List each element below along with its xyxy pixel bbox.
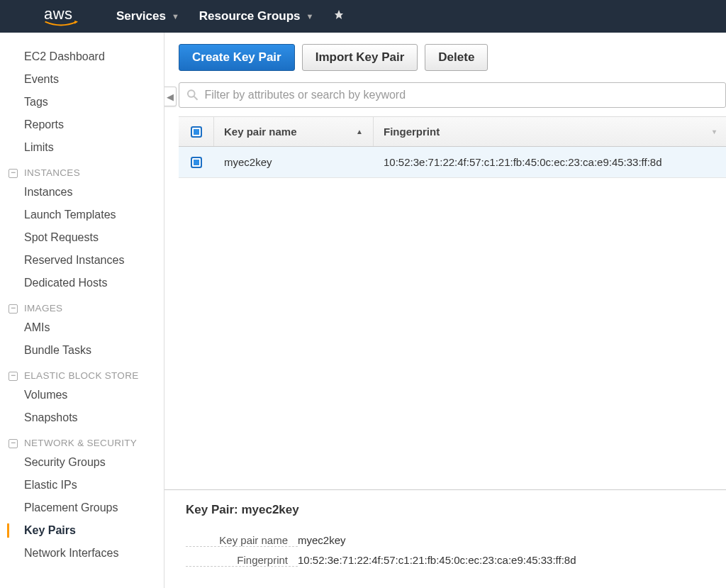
collapse-sidebar-tab[interactable]: ◀ xyxy=(164,87,177,106)
select-all-checkbox[interactable] xyxy=(191,126,202,138)
collapse-icon[interactable] xyxy=(9,169,18,178)
sidebar-item-key-pairs[interactable]: Key Pairs xyxy=(0,519,164,542)
main-content: ◀ Create Key Pair Import Key Pair Delete… xyxy=(164,33,726,588)
sidebar-item-events[interactable]: Events xyxy=(0,68,164,91)
sidebar-item-instances[interactable]: Instances xyxy=(0,181,164,204)
delete-button[interactable]: Delete xyxy=(425,44,488,71)
nav-services[interactable]: Services ▼ xyxy=(106,9,189,23)
ec2-sidebar: EC2 Dashboard Events Tags Reports Limits… xyxy=(0,33,164,588)
aws-swoosh-icon xyxy=(44,21,78,26)
collapse-icon[interactable] xyxy=(9,439,18,448)
create-key-pair-button[interactable]: Create Key Pair xyxy=(179,44,295,71)
collapse-icon[interactable] xyxy=(9,304,18,314)
column-header-fingerprint[interactable]: Fingerprint ▾ xyxy=(374,117,726,146)
aws-logo[interactable]: aws xyxy=(44,6,78,26)
sidebar-item-snapshots[interactable]: Snapshots xyxy=(0,406,164,429)
detail-value-fingerprint: 10:52:3e:71:22:4f:57:c1:21:fb:45:0c:ec:2… xyxy=(298,554,576,567)
cell-key-name: myec2key xyxy=(214,156,374,168)
sidebar-item-limits[interactable]: Limits xyxy=(0,136,164,159)
logo-text: aws xyxy=(44,6,78,22)
detail-heading: Key Pair: myec2key xyxy=(186,503,705,517)
sidebar-item-volumes[interactable]: Volumes xyxy=(0,384,164,406)
column-header-fingerprint-label: Fingerprint xyxy=(384,126,440,138)
sidebar-item-tags[interactable]: Tags xyxy=(0,91,164,113)
sidebar-section-ebs[interactable]: ELASTIC BLOCK STORE xyxy=(0,362,164,384)
sidebar-item-network-interfaces[interactable]: Network Interfaces xyxy=(0,542,164,565)
search-icon xyxy=(186,89,199,101)
sort-none-icon: ▾ xyxy=(713,128,716,135)
top-nav: aws Services ▼ Resource Groups ▼ xyxy=(0,0,726,33)
sidebar-item-launch-templates[interactable]: Launch Templates xyxy=(0,204,164,226)
collapse-icon[interactable] xyxy=(9,372,18,381)
nav-resource-groups[interactable]: Resource Groups ▼ xyxy=(189,9,324,23)
detail-label-name: Key pair name xyxy=(186,534,298,547)
detail-value-name: myec2key xyxy=(298,534,346,547)
table-header: Key pair name ▲ Fingerprint ▾ xyxy=(179,117,726,147)
column-header-name-label: Key pair name xyxy=(224,126,297,138)
detail-label-fingerprint: Fingerprint xyxy=(186,554,298,567)
nav-services-label: Services xyxy=(116,9,166,23)
sort-asc-icon: ▲ xyxy=(356,128,363,135)
cell-fingerprint: 10:52:3e:71:22:4f:57:c1:21:fb:45:0c:ec:2… xyxy=(374,156,726,168)
chevron-down-icon: ▼ xyxy=(172,12,179,21)
key-pairs-table: Key pair name ▲ Fingerprint ▾ myec2key 1… xyxy=(179,116,726,178)
sidebar-item-reserved-instances[interactable]: Reserved Instances xyxy=(0,249,164,272)
pin-icon[interactable] xyxy=(333,9,345,24)
sidebar-item-dedicated-hosts[interactable]: Dedicated Hosts xyxy=(0,272,164,294)
detail-panel: Key Pair: myec2key Key pair name myec2ke… xyxy=(164,489,726,588)
sidebar-section-network-security[interactable]: NETWORK & SECURITY xyxy=(0,429,164,451)
sidebar-item-security-groups[interactable]: Security Groups xyxy=(0,451,164,474)
row-checkbox[interactable] xyxy=(191,157,202,168)
sidebar-item-reports[interactable]: Reports xyxy=(0,113,164,136)
sidebar-section-instances[interactable]: INSTANCES xyxy=(0,159,164,181)
action-bar: Create Key Pair Import Key Pair Delete xyxy=(164,33,726,82)
search-box[interactable] xyxy=(179,82,726,108)
sidebar-item-elastic-ips[interactable]: Elastic IPs xyxy=(0,474,164,497)
nav-resource-groups-label: Resource Groups xyxy=(199,9,301,23)
sidebar-item-ec2-dashboard[interactable]: EC2 Dashboard xyxy=(0,45,164,68)
search-input[interactable] xyxy=(204,89,718,101)
table-row[interactable]: myec2key 10:52:3e:71:22:4f:57:c1:21:fb:4… xyxy=(179,147,726,178)
sidebar-item-amis[interactable]: AMIs xyxy=(0,316,164,339)
sidebar-section-images[interactable]: IMAGES xyxy=(0,294,164,316)
chevron-down-icon: ▼ xyxy=(306,12,314,21)
import-key-pair-button[interactable]: Import Key Pair xyxy=(302,44,418,71)
sidebar-item-placement-groups[interactable]: Placement Groups xyxy=(0,497,164,519)
svg-point-0 xyxy=(188,90,195,97)
sidebar-item-bundle-tasks[interactable]: Bundle Tasks xyxy=(0,339,164,362)
svg-line-1 xyxy=(194,96,198,100)
column-header-name[interactable]: Key pair name ▲ xyxy=(214,117,374,146)
sidebar-item-spot-requests[interactable]: Spot Requests xyxy=(0,226,164,249)
